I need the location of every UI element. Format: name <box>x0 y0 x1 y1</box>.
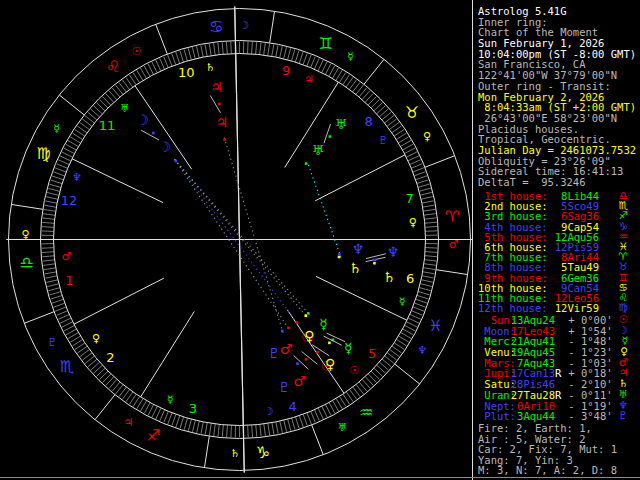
natal-planet-moon: ☽ <box>158 139 171 155</box>
sign-glyph-virgo: ♍ <box>36 144 50 163</box>
degree-tick <box>418 184 430 187</box>
degree-tick <box>42 252 54 253</box>
pointer-dot-outer-moon <box>152 132 155 135</box>
degree-tick <box>307 413 311 424</box>
sign-divider <box>59 95 84 115</box>
house-row-8: 8th house:5Tau49♉ <box>478 262 640 272</box>
degree-tick <box>280 421 283 433</box>
degree-tick <box>422 276 434 278</box>
leader-line-uranus <box>324 124 331 143</box>
degree-tick <box>413 307 424 311</box>
degree-tick <box>417 295 428 299</box>
degree-tick <box>325 64 331 75</box>
degree-tick <box>188 419 191 431</box>
degree-tick <box>64 148 75 154</box>
leader-line-mars <box>302 351 318 364</box>
degree-tick <box>168 55 172 66</box>
house-label: 8th house: <box>478 262 548 272</box>
degree-tick <box>218 424 219 436</box>
house-ruler-icon-4: ☽ <box>264 405 274 418</box>
degree-tick <box>292 418 295 430</box>
degree-tick <box>339 72 345 82</box>
degree-tick <box>55 307 66 311</box>
degree-tick <box>231 42 232 54</box>
degree-tick <box>164 411 169 422</box>
degree-tick <box>268 423 270 435</box>
degree-tick <box>332 68 338 78</box>
degree-tick <box>44 205 56 207</box>
astrolog-screen: ♈♂♉♀♊☿♋☽♌☉♍☿♎♀♏♇♐♃♑♄♒♅♓♆1♂2♀3☿4☽5☉6☿7♀8♇… <box>0 0 640 480</box>
degree-tick <box>252 42 253 54</box>
sign-glyph-leo: ♌ <box>106 57 120 76</box>
degree-tick <box>424 260 436 261</box>
degree-tick <box>280 46 283 58</box>
house-ruler-icon-8: ♇ <box>378 134 388 147</box>
house-ruler-icon-3: ☿ <box>167 393 174 406</box>
degree-tick <box>424 214 436 216</box>
degree-tick <box>73 339 83 345</box>
degree-tick <box>209 423 211 435</box>
aspect-moon-sun <box>175 159 298 324</box>
degree-tick <box>62 152 73 157</box>
degree-tick <box>322 406 327 417</box>
degree-tick <box>137 70 143 80</box>
pointer-dot-outer-mars <box>305 358 308 361</box>
house-ruler-icon-6: ☿ <box>399 295 406 308</box>
degree-tick <box>248 425 249 437</box>
degree-tick <box>256 42 257 54</box>
degree-tick <box>295 51 299 62</box>
degree-tick <box>403 329 414 335</box>
degree-tick <box>339 396 345 406</box>
planet-icon: ♀ <box>620 346 628 357</box>
house-number-9: 9 <box>282 63 290 78</box>
sign-glyph-sagittarius: ♐ <box>146 426 160 445</box>
degree-tick <box>329 403 335 414</box>
degree-tick <box>413 168 424 172</box>
info-line-10: 26°43'00"E 58°23'00"N <box>478 113 640 124</box>
degree-tick <box>160 58 165 69</box>
degree-tick <box>214 424 216 436</box>
transit-planet-moon: ☽ <box>136 112 149 128</box>
zodiac-sign-icon: ♍ <box>619 302 628 313</box>
natal-planet-jupiter: ♃ <box>216 114 229 130</box>
degree-tick <box>62 322 73 327</box>
degree-tick <box>43 218 55 219</box>
degree-tick <box>423 268 435 270</box>
degree-tick <box>43 214 55 216</box>
transit-planet-saturn: ♄ <box>383 269 396 285</box>
degree-tick <box>66 144 77 150</box>
degree-tick <box>422 201 434 203</box>
sign-divider <box>24 312 54 324</box>
pointer-dot-outer-pluto <box>296 362 299 365</box>
degree-tick <box>141 401 147 411</box>
degree-tick <box>276 45 278 57</box>
house-number-3: 3 <box>189 401 197 416</box>
transit-planet-mars: ♂ <box>293 373 306 389</box>
transit-planet-jupiter: ♃ <box>210 79 223 95</box>
house-number-7: 7 <box>405 191 413 206</box>
sign-ruler-icon-virgo: ☿ <box>53 122 60 135</box>
house-number-2: 2 <box>106 350 114 365</box>
degree-tick <box>58 314 69 319</box>
degree-tick <box>45 201 57 203</box>
degree-tick <box>336 70 342 80</box>
degree-tick <box>55 168 66 172</box>
degree-tick <box>51 295 62 299</box>
degree-tick <box>423 272 435 274</box>
degree-tick <box>48 288 60 291</box>
degree-tick <box>420 192 432 195</box>
pointer-dot-inner-mercury <box>307 312 310 315</box>
degree-tick <box>164 57 169 68</box>
planet-positions-list: Sun:13Aqu24 + 0°00'☉ Moon:17Leo43 + 1°54… <box>478 315 640 422</box>
degree-tick <box>180 417 184 428</box>
degree-tick <box>399 336 409 342</box>
degree-tick <box>64 325 75 331</box>
degree-tick <box>425 231 437 232</box>
house-ruler-icon-10: ♄ <box>205 61 215 74</box>
sign-glyph-aquarius: ♒ <box>359 403 373 422</box>
pointer-dot-inner-neptune <box>338 253 341 256</box>
degree-tick <box>425 252 437 253</box>
degree-tick <box>414 172 425 176</box>
degree-tick <box>45 272 57 274</box>
degree-tick <box>260 43 261 55</box>
